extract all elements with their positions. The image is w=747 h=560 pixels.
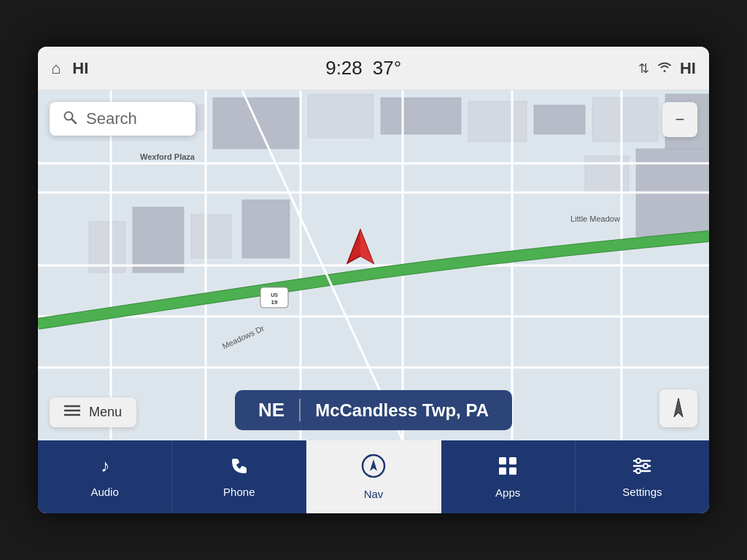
nav-item-phone[interactable]: Phone bbox=[172, 440, 306, 513]
svg-rect-46 bbox=[509, 457, 516, 464]
nav-item-settings[interactable]: Settings bbox=[576, 440, 709, 513]
svg-text:Little Meadow: Little Meadow bbox=[570, 214, 620, 223]
svg-rect-7 bbox=[534, 105, 585, 134]
direction-banner: NE McCandless Twp, PA bbox=[235, 390, 512, 430]
apps-icon bbox=[497, 455, 519, 482]
svg-rect-5 bbox=[381, 98, 461, 134]
svg-rect-12 bbox=[191, 214, 231, 258]
search-label: Search bbox=[86, 109, 137, 128]
svg-rect-13 bbox=[242, 200, 290, 258]
audio-icon: ♪ bbox=[94, 456, 116, 481]
car-screen: ⌂ HI 9:28 37° ⇅ HI bbox=[38, 47, 709, 513]
phone-label: Phone bbox=[223, 486, 255, 498]
phone-icon bbox=[229, 456, 249, 481]
nav-icon bbox=[361, 454, 386, 483]
svg-rect-6 bbox=[468, 101, 527, 141]
direction-heading: NE bbox=[258, 399, 301, 421]
minus-icon: − bbox=[676, 110, 685, 129]
nav-item-nav[interactable]: Nav bbox=[306, 440, 441, 513]
hamburger-icon bbox=[64, 405, 80, 420]
settings-label: Settings bbox=[622, 486, 662, 498]
svg-point-53 bbox=[643, 464, 648, 468]
svg-point-52 bbox=[636, 459, 640, 463]
status-hi-right: HI bbox=[680, 59, 696, 78]
clock: 9:28 bbox=[325, 57, 363, 79]
menu-label: Menu bbox=[89, 405, 122, 420]
compass-button[interactable] bbox=[659, 389, 697, 427]
status-left: ⌂ HI bbox=[51, 59, 88, 78]
settings-icon bbox=[631, 456, 653, 481]
direction-location: McCandless Twp, PA bbox=[301, 400, 489, 421]
signal-icon: ⇅ bbox=[638, 61, 649, 77]
svg-marker-41 bbox=[674, 398, 683, 417]
car-arrow bbox=[346, 228, 375, 268]
svg-rect-11 bbox=[133, 207, 184, 273]
svg-text:♪: ♪ bbox=[101, 456, 109, 475]
svg-rect-4 bbox=[308, 94, 374, 138]
menu-button[interactable]: Menu bbox=[50, 397, 136, 427]
search-box[interactable]: Search bbox=[50, 102, 196, 136]
status-center: 9:28 37° bbox=[325, 57, 401, 79]
svg-rect-8 bbox=[592, 98, 658, 141]
svg-rect-47 bbox=[499, 467, 506, 475]
temperature: 37° bbox=[373, 57, 401, 79]
audio-label: Audio bbox=[90, 486, 118, 498]
status-right: ⇅ HI bbox=[638, 59, 696, 78]
svg-text:US: US bbox=[271, 292, 278, 298]
svg-rect-48 bbox=[509, 467, 516, 475]
status-bar: ⌂ HI 9:28 37° ⇅ HI bbox=[38, 47, 709, 90]
nav-item-audio[interactable]: ♪ Audio bbox=[38, 440, 172, 513]
svg-line-37 bbox=[72, 119, 77, 123]
wifi-icon bbox=[657, 60, 673, 77]
map-area: US 19 Wexford Plaza Little Meadow Meadow… bbox=[38, 90, 709, 440]
svg-rect-45 bbox=[499, 457, 506, 464]
home-icon[interactable]: ⌂ bbox=[51, 59, 61, 78]
zoom-minus-button[interactable]: − bbox=[662, 102, 697, 137]
search-icon bbox=[63, 110, 77, 128]
svg-marker-44 bbox=[370, 459, 377, 471]
nav-label: Nav bbox=[364, 488, 384, 500]
svg-point-54 bbox=[636, 469, 640, 473]
svg-text:Wexford Plaza: Wexford Plaza bbox=[140, 152, 196, 161]
svg-text:19: 19 bbox=[271, 299, 278, 306]
apps-label: Apps bbox=[495, 486, 520, 499]
status-hi-left: HI bbox=[72, 59, 88, 78]
bottom-nav: ♪ Audio Phone Nav bbox=[38, 440, 709, 513]
nav-item-apps[interactable]: Apps bbox=[441, 440, 576, 513]
